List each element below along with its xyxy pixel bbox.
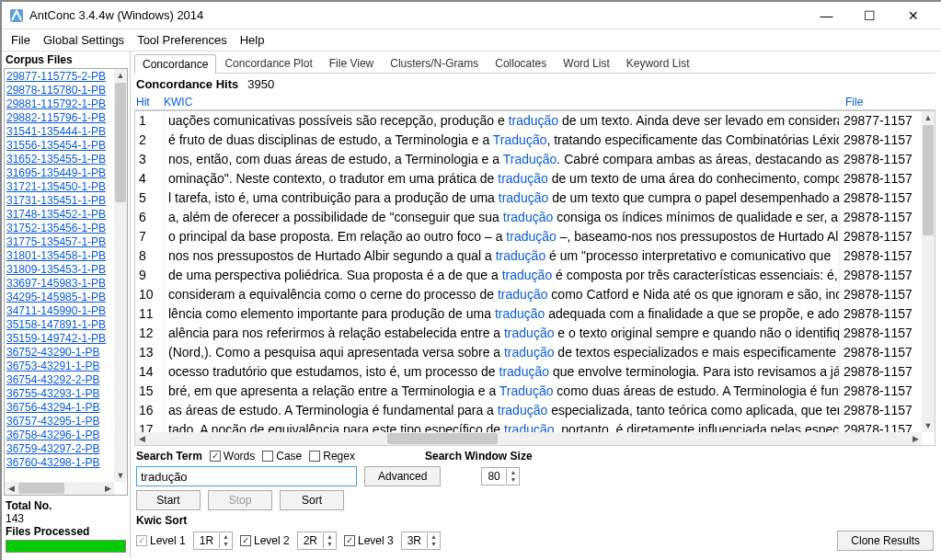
kwic-line: nos nos pressupostos de Hurtado Albir se… — [165, 246, 839, 266]
corpus-file-item[interactable]: 31731-135451-1-PB — [6, 194, 112, 208]
level2-spin[interactable]: 2R▲▼ — [297, 531, 337, 550]
menu-file[interactable]: File — [11, 33, 30, 47]
concordance-row[interactable]: 2é fruto de duas disciplinas de estudo, … — [135, 131, 922, 150]
corpus-file-item[interactable]: 31721-135450-1-PB — [6, 180, 112, 194]
corpus-file-item[interactable]: 31748-135452-1-PB — [6, 208, 112, 222]
corpus-file-item[interactable]: 36754-43292-2-PB — [6, 373, 112, 387]
words-checkbox[interactable]: Words — [210, 450, 255, 463]
corpus-file-item[interactable]: 36759-43297-2-PB — [6, 442, 112, 456]
concordance-row[interactable]: 14ocesso tradutório que estudamos, isto … — [135, 362, 922, 382]
tab-concordance[interactable]: Concordance — [134, 54, 216, 74]
right-panel: ConcordanceConcordance PlotFile ViewClus… — [131, 51, 941, 558]
concordance-row[interactable]: 9de uma perspectiva poliédrica. Sua prop… — [135, 266, 922, 285]
col-kwic[interactable]: KWIC — [164, 96, 845, 109]
tab-concordance-plot[interactable]: Concordance Plot — [216, 53, 320, 73]
corpus-file-item[interactable]: 31775-135457-1-PB — [6, 235, 112, 249]
tab-collocates[interactable]: Collocates — [487, 53, 555, 73]
level1-spin[interactable]: 1R▲▼ — [193, 531, 233, 550]
corpus-vscroll[interactable]: ▲▼ — [114, 69, 127, 482]
tab-clusters-n-grams[interactable]: Clusters/N-Grams — [382, 53, 487, 73]
concordance-row[interactable]: 6a, além de oferecer a possibilidade de … — [135, 208, 922, 227]
corpus-file-item[interactable]: 34295-145985-1-PB — [6, 291, 112, 304]
concordance-row[interactable]: 10consideram a equivalência como o cerne… — [135, 285, 922, 304]
advanced-button[interactable]: Advanced — [364, 466, 441, 486]
results-hscroll[interactable]: ◀▶ — [135, 432, 922, 445]
search-window-size-spin[interactable]: 80▲▼ — [481, 467, 520, 486]
start-button[interactable]: Start — [136, 490, 201, 510]
corpus-file-item[interactable]: 36757-43295-1-PB — [6, 415, 112, 429]
corpus-file-item[interactable]: 31801-135458-1-PB — [6, 249, 112, 263]
corpus-file-item[interactable]: 33697-145983-1-PB — [6, 277, 112, 291]
corpus-hscroll[interactable]: ◀▶ — [5, 482, 114, 495]
clone-results-button[interactable]: Clone Results — [837, 531, 934, 551]
file-name: 29878-1157 — [839, 150, 922, 169]
regex-checkbox[interactable]: Regex — [309, 450, 355, 463]
hit-number: 2 — [135, 131, 165, 150]
corpus-file-item[interactable]: 34711-145990-1-PB — [6, 304, 112, 318]
level2-checkbox[interactable]: Level 2 — [240, 534, 290, 547]
kwic-line: uações comunicativas possíveis são recep… — [165, 111, 839, 131]
concordance-hits-value: 3950 — [247, 77, 274, 91]
concordance-row[interactable]: 11lência como elemento importante para p… — [135, 304, 922, 324]
concordance-row[interactable]: 13(Nord,). Como a pesquisa aqui apresent… — [135, 343, 922, 362]
kwic-line: o principal da base proposta. Em relação… — [165, 227, 839, 246]
corpus-file-item[interactable]: 36758-43296-1-PB — [6, 429, 112, 442]
sort-button[interactable]: Sort — [280, 490, 344, 510]
concordance-row[interactable]: 12alência para nos referirmos à relação … — [135, 324, 922, 343]
corpus-file-item[interactable]: 31752-135456-1-PB — [6, 222, 112, 235]
corpus-file-item[interactable]: 29878-115780-1-PB — [6, 84, 112, 97]
concordance-row[interactable]: 4ominação". Neste contexto, o tradutor e… — [135, 169, 922, 189]
corpus-file-item[interactable]: 29877-115775-2-PB — [6, 70, 112, 84]
corpus-file-item[interactable]: 36760-43298-1-PB — [6, 456, 112, 470]
corpus-file-item[interactable]: 31541-135444-1-PB — [6, 125, 112, 139]
level3-checkbox[interactable]: Level 3 — [344, 534, 394, 547]
corpus-file-item[interactable]: 31695-135449-1-PB — [6, 166, 112, 180]
kwic-line: tado. A noção de equivalência para este … — [165, 420, 839, 432]
concordance-row[interactable]: 3nos, então, com duas áreas de estudo, a… — [135, 150, 922, 169]
corpus-file-item[interactable]: 31556-135454-1-PB — [6, 139, 112, 153]
corpus-file-list[interactable]: 29877-115775-2-PB29878-115780-1-PB29881-… — [4, 68, 128, 496]
col-hit[interactable]: Hit — [136, 96, 164, 109]
hit-number: 10 — [135, 285, 165, 304]
tab-word-list[interactable]: Word List — [555, 53, 617, 73]
corpus-file-item[interactable]: 36756-43294-1-PB — [6, 401, 112, 415]
menu-global-settings[interactable]: Global Settings — [43, 33, 124, 47]
corpus-file-item[interactable]: 36755-43293-1-PB — [6, 387, 112, 401]
kwic-line: lência como elemento importante para pro… — [165, 304, 839, 324]
kwic-line: alência para nos referirmos à relação es… — [165, 324, 839, 343]
col-file[interactable]: File — [845, 96, 919, 109]
minimize-button[interactable]: — — [806, 3, 847, 29]
level1-checkbox[interactable]: Level 1 — [136, 534, 186, 547]
corpus-file-item[interactable]: 35158-147891-1-PB — [6, 318, 112, 332]
tab-keyword-list[interactable]: Keyword List — [618, 53, 698, 73]
maximize-button[interactable]: ☐ — [849, 3, 890, 29]
corpus-file-item[interactable]: 29882-115796-1-PB — [6, 111, 112, 125]
corpus-file-item[interactable]: 29881-115792-1-PB — [6, 97, 112, 111]
search-input[interactable] — [136, 466, 357, 486]
corpus-file-item[interactable]: 35159-149742-1-PB — [6, 332, 112, 346]
menu-help[interactable]: Help — [240, 33, 265, 47]
left-panel: Corpus Files 29877-115775-2-PB29878-1157… — [2, 51, 131, 558]
concordance-row[interactable]: 16as áreas de estudo. A Terminologia é f… — [135, 401, 922, 420]
hit-number: 9 — [135, 266, 165, 285]
concordance-row[interactable]: 7o principal da base proposta. Em relaçã… — [135, 227, 922, 246]
menu-tool-preferences[interactable]: Tool Preferences — [137, 33, 227, 47]
corpus-file-item[interactable]: 31652-135455-1-PB — [6, 153, 112, 166]
results-vscroll[interactable]: ▲▼ — [922, 111, 935, 432]
stop-button[interactable]: Stop — [208, 490, 272, 510]
concordance-row[interactable]: 8nos nos pressupostos de Hurtado Albir s… — [135, 246, 922, 266]
concordance-row[interactable]: 5l tarefa, isto é, uma contribuição para… — [135, 189, 922, 208]
concordance-row[interactable]: 1uações comunicativas possíveis são rece… — [135, 111, 922, 131]
tab-file-view[interactable]: File View — [321, 53, 382, 73]
case-checkbox[interactable]: Case — [262, 450, 302, 463]
concordance-row[interactable]: 15bré, em que apresenta a relação entre … — [135, 382, 922, 401]
corpus-file-item[interactable]: 36753-43291-1-PB — [6, 360, 112, 373]
hit-number: 14 — [135, 362, 165, 382]
corpus-file-item[interactable]: 36752-43290-1-PB — [6, 346, 112, 360]
hit-number: 17 — [135, 420, 165, 432]
concordance-row[interactable]: 17tado. A noção de equivalência para est… — [135, 420, 922, 432]
close-button[interactable]: ✕ — [892, 3, 934, 29]
file-name: 29878-1157 — [839, 324, 922, 343]
level3-spin[interactable]: 3R▲▼ — [401, 531, 441, 550]
corpus-file-item[interactable]: 31809-135453-1-PB — [6, 263, 112, 277]
